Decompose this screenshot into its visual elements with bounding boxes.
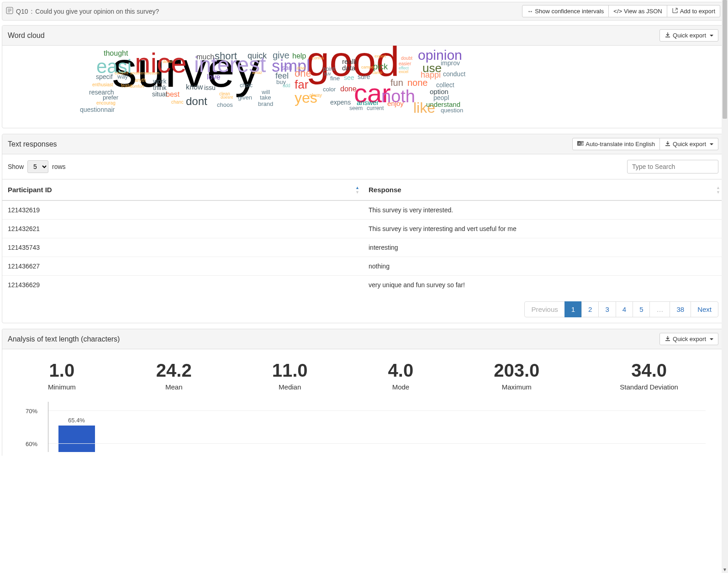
table-row: 121436627nothing: [2, 257, 724, 276]
wordcloud-word: choic: [240, 82, 253, 89]
analysis-panel: Analysis of text length (characters) Qui…: [2, 329, 724, 456]
wordcloud-word: fine: [330, 75, 340, 82]
pagination-page[interactable]: 2: [581, 301, 599, 317]
wordcloud-word: enthusiast: [92, 82, 113, 87]
wordcloud-word: doubt: [401, 56, 412, 61]
stat-value: 1.0: [48, 360, 76, 380]
text-responses-title: Text responses: [8, 140, 572, 148]
download-icon: [665, 335, 671, 343]
wordcloud-word: chanc: [171, 100, 184, 105]
response-cell: very unique and fun survey so far!: [363, 276, 724, 294]
sort-icon: ▲▼: [355, 186, 359, 194]
wordcloud-word: enjoy: [387, 100, 404, 107]
wordcloud-quick-export-button[interactable]: Quick export: [659, 29, 718, 42]
question-icon: [6, 7, 13, 16]
question-header: Q10: Could you give your opinion on this…: [2, 2, 724, 21]
wordcloud-word: data: [342, 64, 355, 72]
pagination-page[interactable]: 3: [598, 301, 616, 317]
response-cell: interesting: [363, 238, 724, 257]
wordcloud-word: short: [215, 50, 237, 62]
caret-down-icon: [710, 35, 713, 37]
participant-id-cell: 121436629: [2, 276, 363, 294]
pagination-page[interactable]: 5: [633, 301, 650, 317]
rows-label: rows: [52, 163, 66, 170]
view-as-json-button[interactable]: </> View as JSON: [608, 5, 667, 17]
participant-id-cell: 121432621: [2, 220, 363, 238]
svg-text:あ: あ: [581, 142, 584, 146]
rows-per-page-select[interactable]: 5: [27, 160, 48, 173]
sort-icon: ▲▼: [716, 186, 720, 194]
wordcloud-word: take: [260, 94, 271, 101]
wordcloud-word: given: [238, 94, 252, 101]
wordcloud-word: suv: [324, 71, 331, 76]
wordcloud-word: fun: [390, 78, 403, 88]
stat-label: Minimum: [48, 383, 76, 391]
column-participant-id[interactable]: Participant ID ▲▼: [2, 179, 363, 201]
wordcloud-word: brand: [258, 100, 273, 107]
ytick: 70%: [26, 408, 37, 415]
search-input[interactable]: [627, 160, 718, 173]
pagination-page[interactable]: 1: [564, 301, 582, 317]
stat-label: Mean: [156, 383, 192, 391]
wordcloud-word: seem: [349, 105, 363, 111]
wordcloud-word: happi: [421, 70, 441, 80]
wordcloud-word: see: [344, 74, 354, 81]
scrollbar[interactable]: ▲ ▼: [722, 0, 728, 461]
response-cell: This survey is very interesting and vert…: [363, 220, 724, 238]
table-row: 121435743interesting: [2, 238, 724, 257]
wordcloud-word: issu: [204, 84, 216, 91]
wordcloud-word: add: [283, 83, 290, 88]
pagination-page[interactable]: 38: [670, 301, 691, 317]
wordcloud-word: much: [196, 53, 214, 61]
wordcloud-word: current: [367, 105, 384, 111]
wordcloud-word: alway: [309, 92, 322, 98]
svg-text:A: A: [578, 142, 580, 145]
code-icon: </>: [613, 8, 622, 15]
wordcloud-word: amaz: [252, 70, 262, 75]
caret-down-icon: [710, 143, 713, 145]
pagination-page[interactable]: 4: [616, 301, 633, 317]
table-row: 121432621This survey is very interesting…: [2, 220, 724, 238]
wordcloud-word: best: [166, 90, 179, 99]
pagination-previous: Previous: [524, 301, 564, 317]
arrows-h-icon: ↔: [527, 8, 533, 15]
show-confidence-intervals-button[interactable]: ↔ Show confidence intervals: [522, 5, 609, 17]
add-to-export-button[interactable]: Add to export: [667, 5, 720, 17]
text-responses-quick-export-button[interactable]: Quick export: [659, 138, 718, 150]
wordcloud-word: thought: [104, 49, 128, 58]
stat: 1.0Minimum: [48, 360, 76, 391]
scroll-thumb[interactable]: [723, 0, 727, 119]
wordcloud-word: sure: [358, 73, 370, 80]
wordcloud-word: excel: [399, 69, 408, 74]
wordcloud-word: know: [186, 83, 203, 91]
wordcloud-word: done: [340, 85, 357, 93]
wordcloud-word: comfort: [130, 84, 144, 89]
auto-translate-button[interactable]: Aあ Auto-translate into English: [572, 138, 660, 150]
wordcloud-word: dont: [186, 95, 207, 108]
download-icon: [665, 32, 671, 39]
wordcloud-word: expens: [330, 99, 351, 106]
analysis-quick-export-button[interactable]: Quick export: [659, 333, 718, 345]
wordcloud-panel: Word cloud Quick export surveygoodnicein…: [2, 25, 724, 128]
wordcloud-word: doesnt: [221, 95, 233, 100]
wordcloud-word: camper: [361, 65, 375, 69]
table-row: 121432619This survey is very interested.: [2, 200, 724, 220]
stat-value: 24.2: [156, 360, 192, 380]
question-code: Q10: [16, 8, 28, 15]
wordcloud-word: quick: [248, 51, 267, 61]
pagination: Previous12345…38Next: [2, 294, 724, 323]
stat-label: Standard Deviation: [620, 383, 678, 391]
stat: 203.0Maximum: [494, 360, 539, 391]
wordcloud-word: cardont: [115, 71, 128, 75]
stat: 4.0Mode: [388, 360, 414, 391]
wordcloud-word: choos: [217, 101, 233, 108]
stat-label: Mode: [388, 383, 414, 391]
wordcloud-word: situat: [152, 90, 167, 98]
pagination-next[interactable]: Next: [691, 301, 718, 317]
wordcloud-title: Word cloud: [8, 32, 659, 40]
column-response[interactable]: Response ▲▼: [363, 179, 724, 201]
stats-row: 1.0Minimum24.2Mean11.0Median4.0Mode203.0…: [2, 349, 724, 402]
wordcloud-word: camp: [372, 70, 382, 75]
text-responses-panel: Text responses Aあ Auto-translate into En…: [2, 134, 724, 323]
wordcloud-word: sad: [282, 64, 292, 71]
